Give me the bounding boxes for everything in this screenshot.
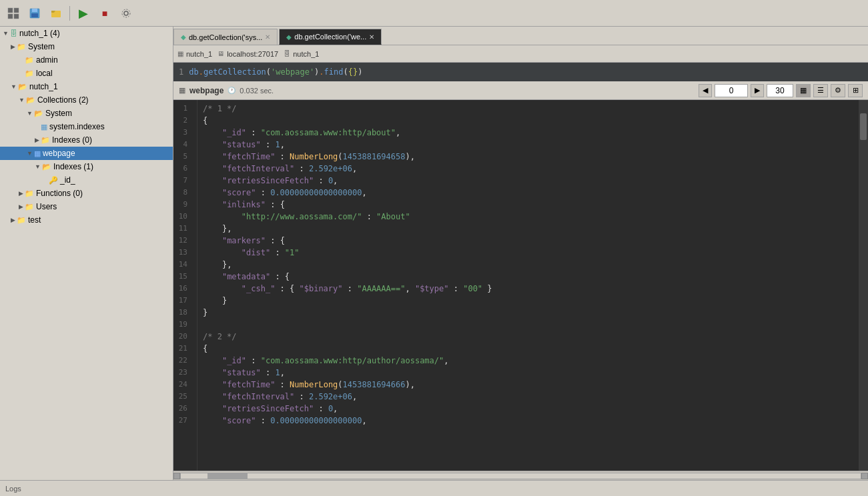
result-bar-right: ◀ ▶ ▦ ☰ ⚙ ⊞ [699,84,863,97]
tree-label-collections: Collections (2) [37,95,89,105]
code-line-15: "metadata" : { [203,271,853,283]
ln-8: 8 [173,187,191,199]
code-line-27: "score" : 0.00000000000000000, [203,415,853,427]
code-area[interactable]: 1 2 3 4 5 6 7 8 9 10 11 12 13 14 [173,100,859,471]
ln-1: 1 [173,103,191,115]
tree-arrow-test: ▶ [11,217,15,223]
tab-label-2: db.getCollection('we... [294,33,366,41]
code-inner: 1 2 3 4 5 6 7 8 9 10 11 12 13 14 [173,100,868,471]
svg-rect-0 [8,8,13,13]
ln-27: 27 [173,415,191,427]
ln-18: 18 [173,307,191,319]
code-line-20: /* 2 */ [203,331,853,343]
vertical-scrollbar[interactable] [859,100,868,471]
nav-next-btn[interactable]: ▶ [751,84,764,97]
tree-label-nutch1-root: nutch_1 (4) [19,29,60,38]
view-text-btn[interactable]: ☰ [813,84,828,97]
code-line-17: } [203,295,853,307]
h-scroll-right-btn[interactable] [861,473,868,479]
tree-arrow-nutch1: ▼ [3,30,9,37]
toolbar-btn-stop[interactable]: ■ [95,4,114,23]
toolbar-btn-settings[interactable] [117,4,135,23]
ln-20: 20 [173,331,191,343]
nav-prev-btn[interactable]: ◀ [699,84,712,97]
tree-arrow-indexes0: ▶ [35,137,39,143]
tree-label-nutch1: nutch_1 [29,82,58,91]
code-line-25: "fetchInterval" : 2.592e+06, [203,391,853,403]
result-collection-name: webpage [189,86,224,95]
tabs-bar: ◆ db.getCollection('sys... ✕ ◆ db.getCol… [173,27,868,45]
tree-label-indexes0: Indexes (0) [52,135,92,145]
ln-9: 9 [173,199,191,211]
tree-item-nutch1[interactable]: ▼ 📂 nutch_1 [0,80,173,93]
h-scroll-track[interactable] [180,473,861,479]
code-line-8: "score" : 0.00000000000000000, [203,187,853,199]
tree-label-indexes1: Indexes (1) [53,162,93,171]
svg-rect-3 [14,14,19,19]
tab-1[interactable]: ◆ db.getCollection('sys... ✕ [173,29,278,45]
svg-point-9 [124,11,128,15]
folder-icon-test: 📁 [17,216,26,225]
toolbar-btn-save[interactable] [25,4,44,23]
right-panel: ◆ db.getCollection('sys... ✕ ◆ db.getCol… [173,27,868,480]
tab-label-1: db.getCollection('sys... [189,33,262,41]
tree-item-system-sub[interactable]: ▼ 📂 System [0,107,173,120]
tree-item-admin[interactable]: ▶ 📁 admin [0,53,173,67]
code-line-6: "fetchInterval" : 2.592e+06, [203,163,853,175]
query-text: db.getCollection('webpage').find({}) [189,67,362,77]
tree-label-system-top: System [28,42,55,51]
code-content: /* 1 */ { "_id" : "com.aossama.www:http/… [197,100,859,471]
tree-item-nutch1-root[interactable]: ▼ 🗄 nutch_1 (4) [0,27,173,40]
h-scroll-thumb[interactable] [207,473,248,479]
code-line-13: "dist" : "1" [203,247,853,259]
tree-item-local[interactable]: ▶ 📁 local [0,67,173,80]
code-line-18: } [203,307,853,319]
view-tree-btn[interactable]: ⚙ [831,84,845,97]
ln-12: 12 [173,235,191,247]
tab-icon-1: ◆ [181,33,186,41]
sidebar: ▼ 🗄 nutch_1 (4) ▶ 📁 System ▶ 📁 admin ▶ 📁… [0,27,173,480]
tree-item-indexes-0[interactable]: ▶ 📁 Indexes (0) [0,133,173,147]
tree-label-functions: Functions (0) [36,189,83,198]
svg-rect-6 [31,13,38,17]
tree-item-test[interactable]: ▶ 📁 test [0,213,173,227]
tree-item-functions[interactable]: ▶ 📁 Functions (0) [0,187,173,200]
tree-item-collections[interactable]: ▼ 📂 Collections (2) [0,93,173,107]
view-table-btn[interactable]: ▦ [796,84,811,97]
ln-15: 15 [173,271,191,283]
svg-rect-1 [14,8,19,13]
tab-2[interactable]: ◆ db.getCollection('we... ✕ [279,29,382,45]
tree-item-system-indexes[interactable]: ▶ ▦ system.indexes [0,120,173,133]
view-custom-btn[interactable]: ⊞ [848,84,863,97]
h-scroll-left-btn[interactable] [173,473,180,479]
grid-icon: ▦ [177,50,183,57]
toolbar-btn-layout[interactable] [4,4,23,23]
tree-item-webpage[interactable]: ▼ ▦ webpage [0,147,173,160]
ln-6: 6 [173,163,191,175]
ln-2: 2 [173,115,191,127]
tab-close-1[interactable]: ✕ [265,33,270,41]
table-grid-icon: ▦ [179,86,185,95]
tree-item-id[interactable]: ▶ 🔑 _id_ [0,173,173,187]
ln-5: 5 [173,151,191,163]
folder-open-icon-nutch1: 📂 [18,83,27,91]
tree-item-users[interactable]: ▶ 📁 Users [0,200,173,213]
server-icon: 🖥 [218,50,224,57]
tree-item-system-top[interactable]: ▶ 📁 System [0,40,173,53]
toolbar-btn-run[interactable]: ▶ [74,4,93,23]
key-icon-id: 🔑 [49,176,58,185]
tree-label-test: test [28,215,41,225]
tab-close-2[interactable]: ✕ [369,33,374,41]
code-line-26: "retriesSinceFetch" : 0, [203,403,853,415]
horizontal-scrollbar[interactable] [173,471,868,480]
result-timing: 0.032 sec. [240,87,274,95]
tree-item-indexes-1[interactable]: ▼ 📂 Indexes (1) [0,160,173,173]
toolbar: ▶ ■ [0,0,868,27]
toolbar-btn-open[interactable] [47,4,65,23]
v-scroll-thumb[interactable] [860,113,867,140]
code-line-23: "status" : 1, [203,367,853,379]
folder-icon-local: 📁 [25,69,34,78]
page-size-input[interactable] [767,84,793,97]
page-number-input[interactable] [715,84,748,97]
ln-7: 7 [173,175,191,187]
